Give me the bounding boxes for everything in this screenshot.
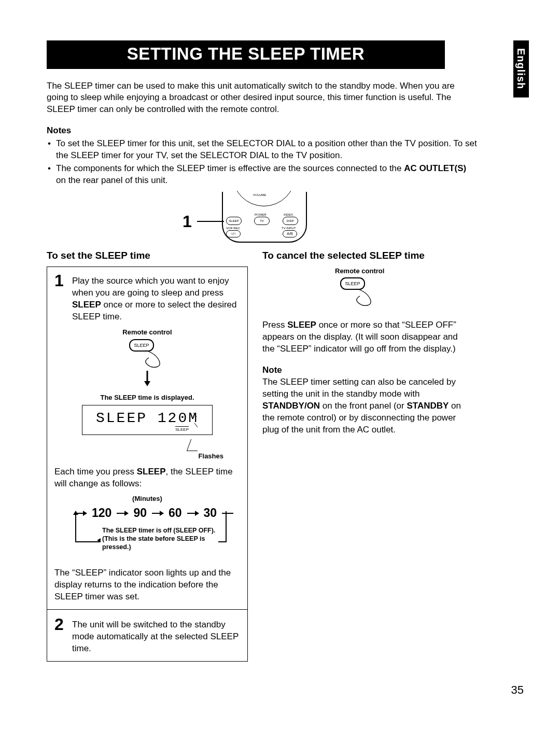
remote-ab-button: A/B: [283, 230, 297, 237]
page-content: SETTING THE SLEEP TIMER The SLEEP timer …: [47, 40, 477, 662]
cycle-intro-a: Each time you press: [54, 467, 137, 476]
intro-paragraph: The SLEEP timer can be used to make this…: [47, 80, 477, 116]
remote-label-vcr-rec: VCR REC: [226, 226, 240, 230]
cancel-note-b: on the front panel (or: [320, 401, 407, 411]
notes-header: Notes: [47, 125, 477, 137]
remote-label-index: INDEX: [284, 213, 293, 217]
page-number: 35: [511, 682, 524, 698]
press-hand-icon: [132, 344, 163, 368]
step-text: The unit will be switched to the standby…: [72, 616, 240, 655]
cancel-note-bold2: STANDBY: [407, 401, 449, 411]
press-hand-icon: [343, 283, 374, 306]
note-item: The components for which the SLEEP timer…: [56, 163, 477, 187]
diagram-step-number: 1: [183, 211, 192, 233]
cycle-intro: Each time you press SLEEP, the SLEEP tim…: [54, 466, 240, 490]
tick-marks: [193, 413, 199, 427]
step-text: Play the source which you want to enjoy …: [72, 272, 240, 323]
remote-outline: VOLUME SLEEP POWER TV INDEX DISP. VCR RE…: [222, 192, 307, 243]
display-indicator: SLEEP: [175, 426, 189, 433]
step-2: 2 The unit will be switched to the stand…: [54, 616, 240, 655]
minutes-label: (Minutes): [54, 494, 240, 503]
display-caption: The SLEEP time is displayed.: [54, 393, 240, 402]
sleep-button-diagram: SLEEP: [129, 339, 165, 368]
remote-control-label: Remote control: [262, 267, 464, 276]
step-number: 1: [54, 272, 66, 323]
note-item-text-a: The components for which the SLEEP timer…: [56, 163, 404, 173]
flashes-label: Flashes: [54, 452, 240, 461]
remote-label-tv-input: TV INPUT: [282, 226, 296, 230]
section-header-set: To set the SLEEP time: [47, 249, 248, 262]
remote-disp-button: DISP.: [283, 217, 298, 225]
remote-tv-button: TV: [254, 217, 270, 225]
note-item-bold: AC OUTLET(S): [404, 163, 466, 173]
down-arrow-icon: [143, 371, 151, 390]
cycle-value: 90: [133, 505, 147, 521]
step-number: 2: [54, 616, 66, 655]
cancel-note: The SLEEP timer setting can also be canc…: [262, 376, 464, 436]
remote-control-label: Remote control: [54, 328, 240, 337]
cancel-body-bold: SLEEP: [287, 320, 316, 330]
cancel-body: Press SLEEP once or more so that “SLEEP …: [262, 319, 464, 355]
note-header: Note: [262, 364, 464, 376]
display-panel: SLEEP 120M SLEEP: [82, 405, 213, 435]
note-item-text-b: on the rear panel of this unit.: [56, 175, 167, 185]
svg-line-2: [193, 413, 197, 417]
sleep-off-box: The SLEEP timer is off (SLEEP OFF). (Thi…: [100, 525, 218, 553]
step-1: 1 Play the source which you want to enjo…: [54, 272, 240, 323]
instruction-box: 1 Play the source which you want to enjo…: [47, 267, 248, 662]
step-text-a: Play the source which you want to enjoy …: [72, 276, 229, 298]
cycle-value: 60: [169, 505, 182, 521]
divider: [47, 609, 247, 610]
cycle-intro-bold: SLEEP: [137, 467, 166, 476]
remote-label-power: POWER: [255, 213, 267, 217]
cancel-body-a: Press: [262, 320, 287, 330]
right-column: To cancel the selected SLEEP time Remote…: [262, 249, 464, 662]
language-tab: English: [513, 40, 529, 97]
cycle-value: 30: [204, 505, 217, 521]
cancel-note-bold1: STANDBY/ON: [262, 401, 320, 411]
after-cycle-text: The “SLEEP” indicator soon lights up and…: [54, 567, 240, 603]
remote-label-volume: VOLUME: [253, 193, 266, 197]
left-column: To set the SLEEP time 1 Play the source …: [47, 249, 248, 662]
page-title: SETTING THE SLEEP TIMER: [47, 40, 445, 69]
sleep-button-diagram: SLEEP: [340, 277, 376, 306]
remote-sleep-button: SLEEP: [226, 217, 242, 225]
cycle-diagram: 120 90 60 30 The SLEEP timer is off (SLE…: [54, 505, 240, 567]
note-item: To set the SLEEP timer for this unit, se…: [56, 138, 477, 162]
svg-marker-1: [144, 381, 150, 386]
svg-line-3: [194, 423, 198, 427]
step-text-bold: SLEEP: [72, 300, 101, 310]
cancel-note-a: The SLEEP timer setting can also be canc…: [262, 377, 456, 399]
diagram-leader-line: [197, 221, 224, 222]
cycle-value: 120: [92, 505, 111, 521]
display-text: SLEEP 120M: [82, 405, 212, 428]
notes-list: To set the SLEEP timer for this unit, se…: [47, 138, 477, 187]
remote-rec-button: ○/○: [226, 230, 241, 237]
section-header-cancel: To cancel the selected SLEEP time: [262, 249, 464, 262]
sleep-off-text: The SLEEP timer is off (SLEEP OFF). (Thi…: [102, 527, 215, 550]
remote-diagram-top: 1 VOLUME SLEEP POWER TV INDEX DISP. VCR …: [197, 192, 327, 244]
